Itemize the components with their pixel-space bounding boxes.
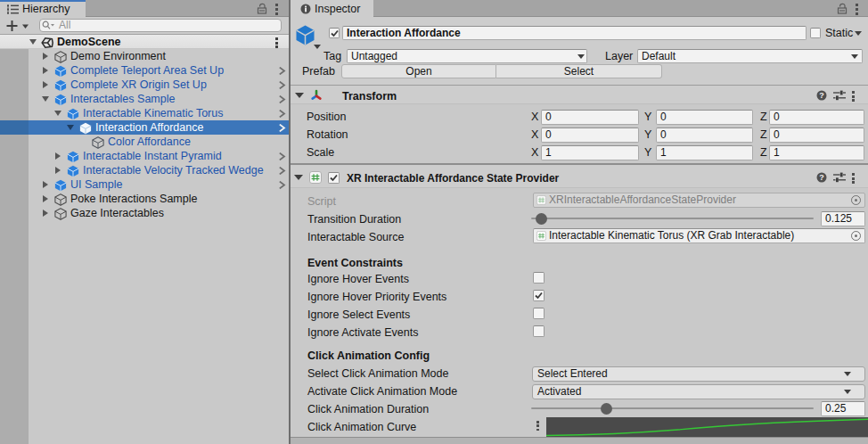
svg-text:?: ? [819, 91, 824, 100]
svg-text:?: ? [819, 173, 824, 182]
